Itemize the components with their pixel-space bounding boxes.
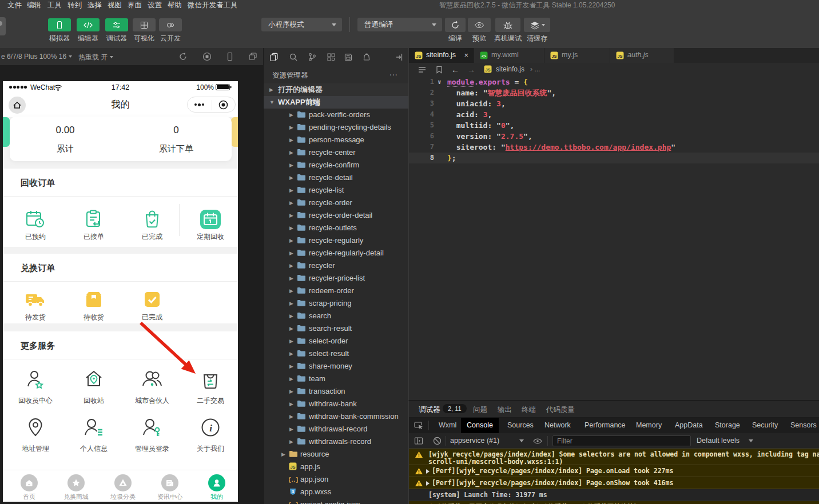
code-line-3[interactable]: 3 uniacid: 3,: [409, 98, 819, 109]
debugger-tab-问题[interactable]: 问题: [473, 405, 487, 415]
device-select[interactable]: e 6/7/8 Plus 100% 16: [1, 53, 72, 61]
toolbar-button-模拟器[interactable]: [48, 18, 71, 31]
toolbar-button-编辑器[interactable]: [77, 18, 100, 31]
tree-item-pack-verific-orders[interactable]: ▶pack-verific-orders: [264, 109, 409, 121]
console-message[interactable]: [wjyk_recycle/pages/index/index] Some se…: [409, 449, 819, 465]
clear-console-icon[interactable]: [432, 436, 442, 446]
action-button-真机调试[interactable]: [495, 18, 520, 32]
tree-item-select-order[interactable]: ▶select-order: [264, 335, 409, 347]
phone-tab-资讯中心[interactable]: 资讯中心: [146, 470, 193, 501]
service-item-地址管理[interactable]: 地址管理: [6, 416, 65, 454]
menu-item-1[interactable]: 文件: [7, 1, 22, 10]
git-icon[interactable]: [307, 51, 318, 63]
tree-item-recycle-outlets[interactable]: ▶recycle-outlets: [264, 222, 409, 234]
tree-item-transaction[interactable]: ▶transaction: [264, 385, 409, 398]
collapse-explorer-icon[interactable]: [394, 51, 405, 63]
tree-item-recycle-center[interactable]: ▶recycle-center: [264, 146, 409, 159]
editor-tab-my.wxml[interactable]: <>my.wxml: [474, 48, 544, 63]
expand-icon[interactable]: [426, 481, 430, 486]
hot-reload-toggle[interactable]: 热重载 开: [78, 53, 113, 62]
tree-item-recycler[interactable]: ▶recycler: [264, 259, 409, 272]
sidebar-toggle-icon[interactable]: [414, 436, 424, 446]
service-item-回收员中心[interactable]: 回收员中心: [6, 368, 65, 406]
action-button-清缓存[interactable]: [524, 18, 550, 32]
menu-item-8[interactable]: 设置: [148, 1, 162, 10]
bookmark-icon[interactable]: [434, 65, 444, 74]
code-line-1[interactable]: 1∨module.exports = {: [409, 77, 819, 87]
devtools-tab-Wxml[interactable]: Wxml: [439, 421, 456, 429]
debugger-tab-调试器[interactable]: 调试器: [419, 405, 440, 415]
service-item-已预约[interactable]: 已预约: [6, 207, 65, 242]
tree-item-team[interactable]: ▶team: [264, 373, 409, 385]
menu-item-2[interactable]: 编辑: [27, 1, 41, 10]
nav-forward-icon[interactable]: →: [466, 65, 476, 74]
files-icon[interactable]: [268, 51, 280, 63]
code-line-5[interactable]: 5 multiid: "0",: [409, 120, 819, 131]
devtools-tab-Security[interactable]: Security: [752, 421, 778, 429]
tree-item-resource[interactable]: ▶resource: [264, 448, 409, 461]
editor-tab-siteinfo.js[interactable]: JSsiteinfo.js×: [409, 48, 474, 63]
menu-item-9[interactable]: 帮助: [168, 1, 182, 10]
debugger-tab-输出[interactable]: 输出: [498, 405, 512, 415]
search-icon[interactable]: [288, 51, 299, 63]
tree-item-recycler-price-list[interactable]: ▶recycler-price-list: [264, 272, 409, 285]
phone-tab-兑换商城[interactable]: 兑换商城: [53, 470, 100, 501]
stop-icon[interactable]: [201, 51, 213, 62]
tree-item-search-result[interactable]: ▶search-result: [264, 322, 409, 335]
console-message[interactable]: [Perf][wjyk_recycle/pages/index/index] P…: [409, 477, 819, 489]
service-item-已完成[interactable]: 已完成: [123, 288, 181, 322]
service-item-定期回收[interactable]: 定期回收: [181, 207, 238, 242]
save-icon[interactable]: [343, 51, 354, 63]
more-icon[interactable]: [194, 97, 204, 112]
debugger-tab-终端[interactable]: 终端: [522, 405, 536, 415]
tree-item-app.js[interactable]: JSapp.js: [264, 461, 409, 473]
action-button-编译[interactable]: [445, 18, 466, 32]
tree-item-withdrawal-record[interactable]: ▶withdrawal-record: [264, 423, 409, 435]
service-item-待发货[interactable]: 待发货: [6, 288, 65, 322]
service-item-待收货[interactable]: 待收货: [65, 288, 123, 322]
tree-item-scrap-pricing[interactable]: ▶scrap-pricing: [264, 297, 409, 310]
breadcrumb-file[interactable]: siteinfo.js: [496, 65, 524, 73]
eye-icon[interactable]: [532, 436, 543, 446]
code-area[interactable]: 1∨module.exports = {2 name: "智慧废品回收系统",3…: [409, 77, 819, 400]
more-actions-icon[interactable]: ...: [389, 68, 398, 77]
devtools-tab-Performance[interactable]: Performance: [585, 421, 626, 429]
kettle-icon[interactable]: [361, 51, 372, 63]
tree-item-recycle-confirm[interactable]: ▶recycle-confirm: [264, 159, 409, 171]
tree-item-person-message[interactable]: ▶person-message: [264, 134, 409, 146]
tree-section-2[interactable]: ▼WXAPP前端: [264, 96, 409, 109]
devtools-tab-Sources[interactable]: Sources: [507, 421, 534, 429]
service-item-二手交易[interactable]: 二手交易: [181, 368, 238, 406]
multiwindow-icon[interactable]: [247, 51, 259, 62]
toolbar-button-云开发[interactable]: [159, 18, 182, 31]
inspect-element-icon[interactable]: [414, 421, 424, 430]
fold-icon[interactable]: ∨: [438, 77, 442, 87]
tree-item-recycle-list[interactable]: ▶recycle-list: [264, 184, 409, 197]
console-message[interactable]: [Perf][wjyk_recycle/pages/index/index] P…: [409, 465, 819, 477]
console-message-link[interactable]: scroll-uni/mescroll-body.wxss:1: [428, 458, 551, 465]
compile-select[interactable]: 普通编译: [357, 18, 442, 31]
tree-item-app.json[interactable]: {‥}app.json: [264, 473, 409, 486]
close-icon[interactable]: ×: [464, 51, 468, 59]
service-item-回收站[interactable]: 回收站: [65, 368, 123, 406]
menu-item-6[interactable]: 视图: [108, 1, 122, 10]
devtools-tab-Network[interactable]: Network: [544, 421, 571, 429]
service-item-管理员登录[interactable]: 管理员登录: [123, 416, 181, 454]
debugger-tab-代码质量[interactable]: 代码质量: [546, 405, 575, 415]
code-line-8[interactable]: 8};: [409, 153, 819, 163]
code-line-6[interactable]: 6 version: "2.7.5",: [409, 131, 819, 142]
editor-tab-my.js[interactable]: JSmy.js: [544, 48, 610, 63]
nav-back-icon[interactable]: ←: [450, 65, 460, 74]
action-button-预览[interactable]: [468, 18, 491, 32]
tree-item-search[interactable]: ▶search: [264, 310, 409, 322]
devtools-tab-Console[interactable]: Console: [461, 418, 499, 433]
editor-tab-auth.js[interactable]: JSauth.js: [610, 48, 674, 63]
phone-tab-首页[interactable]: 首页: [6, 470, 53, 501]
tree-item-project.config.json[interactable]: {‥}project.config.json: [264, 498, 409, 504]
tree-item-withdraw-bank[interactable]: ▶withdraw-bank: [264, 398, 409, 410]
list-icon[interactable]: [417, 65, 427, 74]
context-select[interactable]: appservice (#1): [450, 437, 499, 445]
exit-icon[interactable]: [218, 100, 228, 110]
menu-item-5[interactable]: 选择: [88, 1, 102, 10]
tree-item-pending-recycling-details[interactable]: ▶pending-recycling-details: [264, 121, 409, 134]
